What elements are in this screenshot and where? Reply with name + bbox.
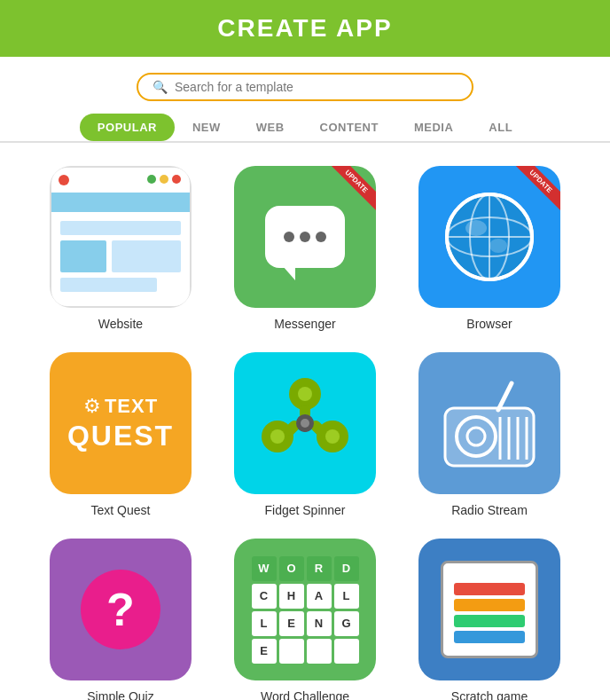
search-container: 🔍: [0, 57, 610, 101]
app-label-browser: Browser: [466, 317, 512, 331]
app-grid: Website UPDATE Messenger UPDATE: [0, 157, 610, 700]
radio-svg: [436, 374, 543, 472]
app-item-browser[interactable]: UPDATE Browser: [404, 166, 575, 331]
svg-line-17: [316, 426, 320, 430]
app-label-website: Website: [98, 317, 143, 331]
svg-point-19: [301, 419, 309, 428]
svg-point-10: [298, 387, 312, 401]
app-icon-word: W O R D C H A L L E N G E: [234, 539, 376, 680]
word-grid: W O R D C H A L L E N G E: [252, 556, 359, 664]
app-item-fidget[interactable]: Fidget Spinner: [220, 352, 390, 517]
app-label-textquest: Text Quest: [91, 503, 151, 517]
app-item-textquest[interactable]: ⚙ TEXT QUEST Text Quest: [35, 352, 206, 517]
svg-point-12: [270, 429, 285, 444]
app-item-radio[interactable]: Radio Stream: [404, 352, 575, 517]
svg-line-16: [290, 426, 294, 430]
search-input[interactable]: [175, 80, 458, 94]
search-icon: 🔍: [152, 80, 168, 94]
svg-point-7: [489, 239, 507, 253]
svg-line-20: [498, 383, 512, 410]
update-ribbon-messenger: UPDATE: [326, 166, 376, 211]
tab-media[interactable]: MEDIA: [396, 114, 471, 141]
svg-rect-28: [454, 583, 525, 595]
app-label-radio: Radio Stream: [451, 503, 528, 517]
search-box[interactable]: 🔍: [137, 73, 473, 101]
gear-icon: ⚙: [83, 395, 101, 418]
app-icon-browser: UPDATE: [418, 166, 560, 308]
app-item-scratch[interactable]: Scratch game: [404, 539, 575, 700]
app-icon-messenger: UPDATE: [234, 166, 376, 308]
scratch-canvas: [441, 561, 538, 658]
app-label-fidget: Fidget Spinner: [264, 503, 345, 517]
update-badge-messenger: UPDATE: [323, 166, 376, 219]
svg-point-14: [325, 429, 340, 444]
quiz-circle: ?: [81, 570, 160, 649]
svg-rect-31: [454, 631, 525, 643]
app-icon-fidget: [234, 352, 376, 494]
app-label-messenger: Messenger: [274, 317, 335, 331]
tab-new[interactable]: NEW: [175, 114, 239, 141]
app-label-quiz: Simple Quiz: [87, 689, 153, 700]
app-icon-website: [50, 166, 192, 308]
app-item-quiz[interactable]: ? Simple Quiz: [35, 539, 206, 700]
spinner-svg: [256, 374, 354, 472]
page-title: CREATE APP: [217, 14, 392, 42]
scratch-art-svg: [450, 570, 529, 649]
app-icon-scratch: [418, 539, 560, 680]
svg-rect-29: [454, 599, 525, 611]
app-icon-textquest: ⚙ TEXT QUEST: [50, 352, 192, 494]
quiz-question-mark: ?: [106, 583, 135, 636]
svg-point-6: [465, 220, 487, 236]
header: CREATE APP: [0, 0, 610, 57]
app-label-word: Word Challenge: [261, 689, 349, 700]
app-item-word[interactable]: W O R D C H A L L E N G E: [220, 539, 390, 700]
svg-rect-30: [454, 615, 525, 627]
tabs-bar: POPULAR NEW WEB CONTENT MEDIA ALL: [0, 101, 610, 143]
app-label-scratch: Scratch game: [451, 689, 528, 700]
tab-content[interactable]: CONTENT: [302, 114, 396, 141]
tab-all[interactable]: ALL: [471, 114, 530, 141]
tab-popular[interactable]: POPULAR: [80, 114, 175, 141]
tab-web[interactable]: WEB: [239, 114, 302, 141]
app-icon-radio: [418, 352, 560, 494]
app-item-website[interactable]: Website: [35, 166, 206, 331]
app-item-messenger[interactable]: UPDATE Messenger: [220, 166, 390, 331]
app-icon-quiz: ?: [50, 539, 192, 680]
update-badge-browser: UPDATE: [507, 166, 560, 219]
update-ribbon-browser: UPDATE: [511, 166, 560, 211]
